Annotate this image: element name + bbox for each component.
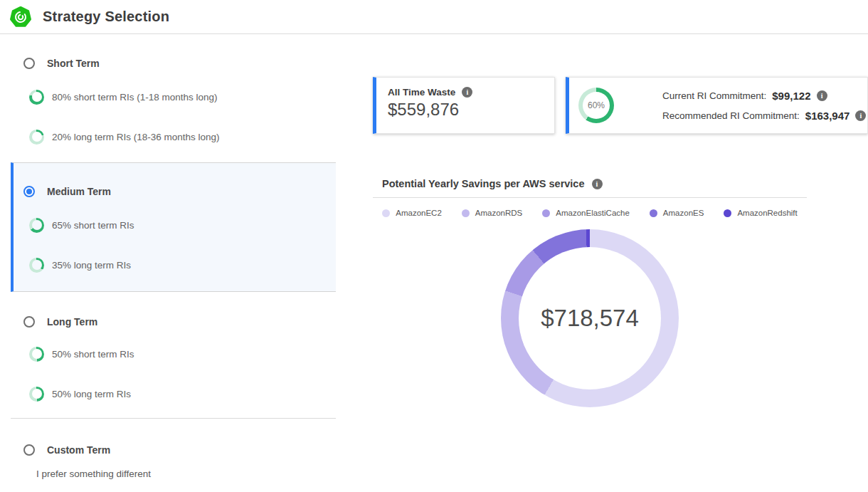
info-icon[interactable]: i	[592, 179, 603, 189]
legend-label: AmazonEC2	[396, 209, 442, 217]
custom-term-subtext: I prefer something different	[36, 469, 336, 479]
radio-short-term[interactable]	[23, 58, 35, 69]
legend-label: AmazonRedshift	[737, 209, 797, 217]
info-icon[interactable]: i	[855, 110, 866, 121]
legend-item-AmazonES[interactable]: AmazonES	[650, 209, 704, 217]
commitment-percent-ring: 60%	[578, 88, 614, 123]
allocation-row: 20% long term RIs (18-36 months long)	[29, 129, 336, 145]
legend-label: AmazonES	[663, 209, 704, 217]
allocation-ring-icon	[29, 130, 44, 145]
legend-label: AmazonElastiCache	[556, 209, 630, 217]
allocation-row: 80% short term RIs (1-18 months long)	[29, 89, 336, 105]
allocation-row: 50% short term RIs	[29, 346, 336, 362]
chart-legend: AmazonEC2AmazonRDSAmazonElastiCacheAmazo…	[373, 209, 807, 217]
legend-swatch-icon	[724, 209, 731, 217]
donut-chart: $718,574	[501, 229, 679, 407]
allocation-label: 65% short term RIs	[52, 220, 134, 231]
info-icon[interactable]: i	[462, 87, 472, 98]
allocation-ring-icon	[29, 387, 44, 402]
strategy-option-custom-term[interactable]: Custom Term I prefer something different	[0, 419, 336, 479]
current-ri-value: $99,122	[772, 90, 810, 102]
waste-amount: $559,876	[388, 100, 543, 120]
strategy-label: Short Term	[47, 58, 100, 69]
allocation-label: 80% short term RIs (1-18 months long)	[52, 92, 218, 103]
header: Strategy Selection	[0, 0, 868, 34]
legend-item-AmazonEC2[interactable]: AmazonEC2	[382, 209, 442, 217]
strategy-option-medium-term[interactable]: Medium Term 65% short term RIs 35% long …	[11, 162, 336, 292]
allocation-row: 50% long term RIs	[29, 386, 336, 402]
legend-swatch-icon	[382, 209, 390, 217]
radio-custom-term[interactable]	[23, 444, 35, 456]
chart-title: Potential Yearly Savings per AWS service	[382, 178, 585, 189]
allocation-row: 65% short term RIs	[29, 217, 336, 233]
recommended-ri-label: Recommended RI Commitment:	[662, 110, 800, 121]
legend-swatch-icon	[650, 209, 657, 217]
allocation-ring-icon	[29, 258, 44, 273]
total-savings-value: $718,574	[541, 305, 639, 332]
recommended-ri-value: $163,947	[805, 110, 850, 122]
cloudability-logo-icon	[10, 6, 31, 28]
strategy-option-short-term[interactable]: Short Term 80% short term RIs (1-18 mont…	[0, 34, 336, 145]
chart-divider	[373, 197, 807, 198]
allocation-label: 35% long term RIs	[52, 260, 131, 271]
strategy-label: Custom Term	[47, 444, 110, 456]
allocation-ring-icon	[29, 90, 44, 105]
allocation-ring-icon	[29, 347, 44, 362]
legend-swatch-icon	[462, 209, 470, 217]
strategy-label: Medium Term	[47, 186, 111, 197]
waste-card-title: All Time Waste	[388, 87, 455, 98]
current-ri-label: Current RI Commitment:	[662, 90, 766, 101]
strategy-label: Long Term	[47, 316, 97, 328]
legend-item-AmazonRedshift[interactable]: AmazonRedshift	[724, 209, 797, 217]
allocation-ring-icon	[29, 218, 44, 233]
allocation-label: 20% long term RIs (18-36 months long)	[52, 132, 220, 142]
radio-medium-term[interactable]	[23, 186, 35, 197]
recommended-ri-row: Recommended RI Commitment: $163,947 i	[662, 110, 866, 122]
donut-hole: $718,574	[519, 247, 661, 389]
legend-item-AmazonElastiCache[interactable]: AmazonElastiCache	[542, 209, 630, 217]
info-icon[interactable]: i	[817, 90, 827, 101]
ri-commitment-card: 60% Current RI Commitment: $99,122 i Rec…	[566, 77, 868, 134]
savings-chart-panel: Potential Yearly Savings per AWS service…	[373, 178, 807, 407]
commitment-percent-label: 60%	[583, 92, 610, 119]
legend-label: AmazonRDS	[475, 209, 522, 217]
radio-long-term[interactable]	[23, 316, 35, 328]
page-title: Strategy Selection	[43, 9, 169, 25]
allocation-label: 50% long term RIs	[52, 389, 131, 399]
legend-swatch-icon	[542, 209, 550, 217]
strategy-option-long-term[interactable]: Long Term 50% short term RIs 50% long te…	[0, 292, 336, 402]
strategy-panel: Short Term 80% short term RIs (1-18 mont…	[0, 34, 336, 479]
allocation-label: 50% short term RIs	[52, 349, 134, 360]
current-ri-row: Current RI Commitment: $99,122 i	[662, 90, 866, 102]
legend-item-AmazonRDS[interactable]: AmazonRDS	[462, 209, 522, 217]
all-time-waste-card: All Time Waste i $559,876	[373, 77, 555, 134]
allocation-row: 35% long term RIs	[29, 257, 336, 273]
